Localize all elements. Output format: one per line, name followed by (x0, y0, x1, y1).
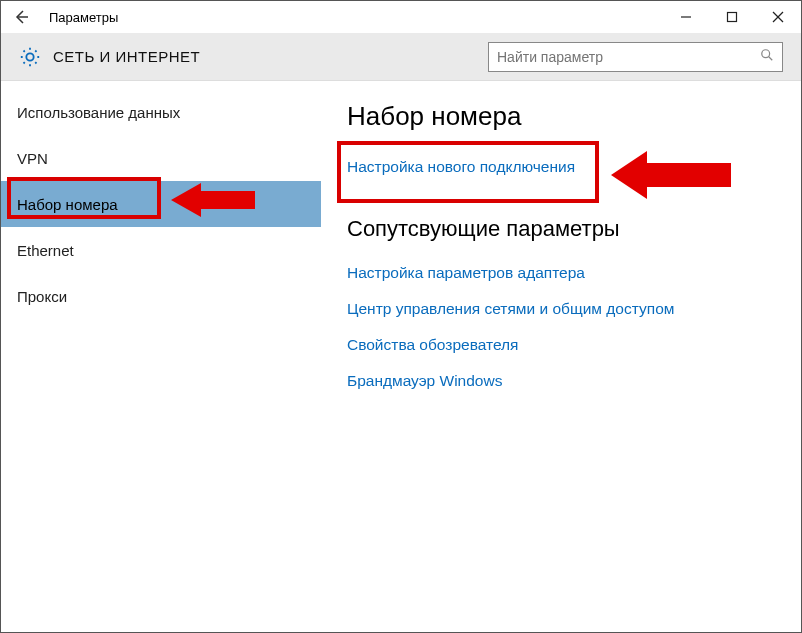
search-box[interactable] (488, 42, 783, 72)
close-icon (772, 11, 784, 23)
main-panel: Набор номера Настройка нового подключени… (321, 81, 801, 633)
page-heading: Набор номера (347, 101, 775, 132)
sidebar-item-proxy[interactable]: Прокси (1, 273, 321, 319)
arrow-left-icon (13, 9, 29, 25)
header: СЕТЬ И ИНТЕРНЕТ (1, 33, 801, 81)
search-input[interactable] (497, 49, 760, 65)
sidebar-item-ethernet[interactable]: Ethernet (1, 227, 321, 273)
minimize-button[interactable] (663, 1, 709, 33)
header-title: СЕТЬ И ИНТЕРНЕТ (53, 48, 200, 65)
search-icon (760, 48, 774, 66)
back-button[interactable] (1, 1, 41, 33)
sidebar-item-dialup[interactable]: Набор номера (1, 181, 321, 227)
close-button[interactable] (755, 1, 801, 33)
maximize-icon (726, 11, 738, 23)
svg-line-6 (769, 56, 773, 60)
gear-icon (19, 46, 41, 68)
primary-link-block: Настройка нового подключения (347, 158, 775, 176)
link-adapter-settings[interactable]: Настройка параметров адаптера (347, 264, 775, 282)
svg-rect-2 (728, 13, 737, 22)
svg-point-5 (762, 49, 770, 57)
sidebar-item-data-usage[interactable]: Использование данных (1, 89, 321, 135)
related-heading: Сопутсвующие параметры (347, 216, 775, 242)
window-controls (663, 1, 801, 33)
link-network-sharing-center[interactable]: Центр управления сетями и общим доступом (347, 300, 775, 318)
minimize-icon (680, 11, 692, 23)
maximize-button[interactable] (709, 1, 755, 33)
content: Использование данных VPN Набор номера Et… (1, 81, 801, 633)
link-windows-firewall[interactable]: Брандмауэр Windows (347, 372, 775, 390)
link-new-connection[interactable]: Настройка нового подключения (347, 158, 775, 176)
sidebar: Использование данных VPN Набор номера Et… (1, 81, 321, 633)
link-internet-options[interactable]: Свойства обозревателя (347, 336, 775, 354)
titlebar: Параметры (1, 1, 801, 33)
sidebar-item-vpn[interactable]: VPN (1, 135, 321, 181)
window-title: Параметры (41, 10, 663, 25)
